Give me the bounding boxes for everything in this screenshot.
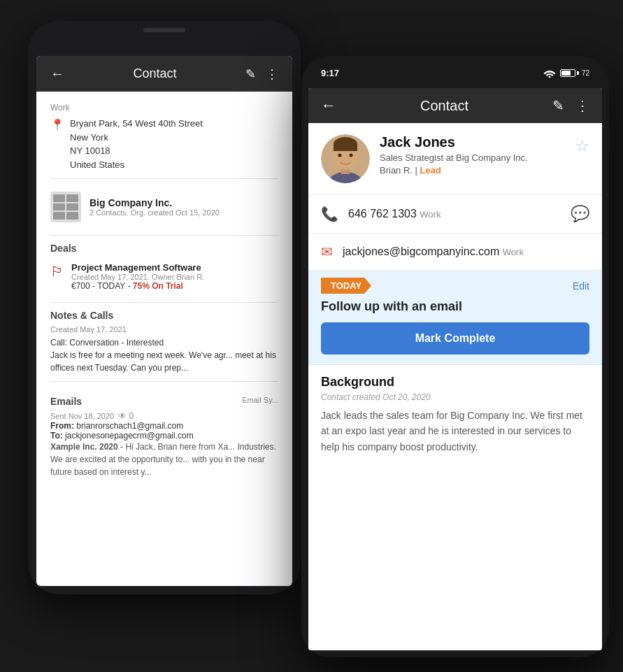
lead-badge: Lead [420,165,441,176]
contact-owner: Brian R. | Lead [380,165,566,176]
email-item[interactable]: Sent Nov 18, 2020 👁 0 From: brianrorscha… [50,411,278,478]
status-time: 9:17 [321,68,339,78]
note-text1: Call: Conversation - Interested [50,336,278,349]
address-line4: United States [70,158,203,172]
scene: ← Contact ✎ ⋮ Work 📍 Bryant Park, 54 Wes… [0,0,623,672]
battery-pct: 72 [582,69,589,77]
contact-job-title: Sales Strategist at Big Company Inc. [380,152,566,163]
back-screen: ← Contact ✎ ⋮ Work 📍 Bryant Park, 54 Wes… [36,56,292,586]
owner-name: Brian R. [380,165,413,176]
deal-icon: 🏳 [50,264,64,280]
back-edit-icon[interactable]: ✎ [245,66,256,82]
phone-type-label: Work [420,209,441,220]
company-name: Big Company Inc. [89,197,220,208]
back-notch [115,21,213,41]
back-phone-header-icons: ✎ ⋮ [245,66,278,82]
work-label: Work [50,103,278,113]
company-logo [50,192,81,222]
today-header: TODAY Edit [308,271,602,299]
email-address: jackjones@bigcompanyinc.com [343,245,499,257]
company-info: Big Company Inc. 2 Contacts. Org. create… [89,197,220,217]
back-content: Work 📍 Bryant Park, 54 West 40th Street … [36,92,292,487]
phone-info: 646 762 1303 Work [348,208,561,220]
deal-row[interactable]: 🏳 Project Management Software Created Ma… [50,258,278,295]
background-text: Jack leads the sales team for Big Compan… [321,408,589,455]
front-more-icon[interactable]: ⋮ [575,97,589,114]
phone-row[interactable]: 📞 646 762 1303 Work 💬 [308,195,602,234]
deal-name: Project Management Software [71,262,204,273]
emails-header: Emails Email Sy... [50,389,278,411]
chat-icon[interactable]: 💬 [571,205,589,223]
divider-4 [50,381,278,382]
mark-complete-button[interactable]: Mark Complete [321,322,589,355]
front-header-icons: ✎ ⋮ [552,97,589,114]
deal-info: Project Management Software Created May … [71,262,204,291]
back-more-icon[interactable]: ⋮ [266,66,278,82]
background-date: Contact created Oct 20, 2020 [321,392,589,402]
phone-number: 646 762 1303 [348,208,417,220]
address-row: 📍 Bryant Park, 54 West 40th Street New Y… [50,117,278,171]
note-date: Created May 17, 2021 [50,325,278,334]
background-title: Background [321,375,589,389]
svg-rect-5 [334,144,357,151]
email-preview: Xample Inc. 2020 - Hi Jack, Brian here f… [50,441,278,478]
front-title: Contact [348,98,541,114]
battery-tip [577,71,579,75]
status-bar: 9:17 72 [310,56,601,84]
phone-icon: 📞 [321,206,338,222]
star-button[interactable]: ☆ [575,137,589,155]
today-edit-button[interactable]: Edit [573,280,589,292]
front-screen: ← Contact ✎ ⋮ [308,88,602,650]
deal-trial: 75% On Trial [133,281,183,291]
deal-created: Created May 17, 2021. Owner Brian R. [71,273,204,281]
email-sync: Email Sy... [242,396,278,404]
deal-price: €700 - TODAY - 75% On Trial [71,281,204,291]
contact-info: Jack Jones Sales Strategist at Big Compa… [380,134,566,176]
battery-icon: 72 [560,69,589,77]
emails-label: Emails [50,396,82,407]
notes-section: Created May 17, 2021 Call: Conversation … [50,325,278,374]
back-phone-title: Contact [76,66,234,81]
avatar-svg [321,134,370,183]
email-from: From: brianrorschach1@gmail.com [50,421,278,431]
address-line3: NY 10018 [70,144,203,158]
divider-3 [50,302,278,303]
divider-1 [50,178,278,179]
eye-icon: 👁 0 [118,411,134,421]
contact-card: Jack Jones Sales Strategist at Big Compa… [308,123,602,195]
pin-icon: 📍 [50,118,64,171]
avatar [321,134,370,183]
email-date: Sent Nov 18, 2020 👁 0 [50,411,278,421]
svg-point-6 [338,154,342,157]
company-row[interactable]: Big Company Inc. 2 Contacts. Org. create… [50,186,278,228]
deals-label: Deals [50,243,278,254]
phone-back: ← Contact ✎ ⋮ Work 📍 Bryant Park, 54 Wes… [28,21,301,594]
svg-point-7 [350,154,353,157]
address-line2: New York [70,131,203,145]
contact-name: Jack Jones [380,134,566,150]
back-phone-back-arrow[interactable]: ← [50,66,64,82]
note-text2: Jack is free for a meeting next week. We… [50,349,278,374]
email-type: Work [503,247,524,257]
front-edit-icon[interactable]: ✎ [552,97,564,114]
front-header: ← Contact ✎ ⋮ [308,88,602,123]
phone-front: 9:17 72 ← Contact [301,56,609,657]
status-icons: 72 [543,69,589,78]
email-info: jackjones@bigcompanyinc.com Work [343,245,589,258]
wifi-icon [543,69,556,78]
email-icon: ✉ [321,243,333,260]
address-line1: Bryant Park, 54 West 40th Street [70,117,203,131]
divider-2 [50,235,278,236]
company-sub: 2 Contacts. Org. created Oct 15, 2020 [89,208,220,217]
today-badge: TODAY [321,278,371,294]
battery-body [560,69,575,77]
email-row[interactable]: ✉ jackjones@bigcompanyinc.com Work [308,234,602,271]
background-section: Background Contact created Oct 20, 2020 … [308,365,602,464]
address-text: Bryant Park, 54 West 40th Street New Yor… [70,117,203,171]
email-to: To: jackjonesonepagecrm@gmail.com [50,431,278,441]
today-task: Follow up with an email [308,299,602,322]
front-back-arrow[interactable]: ← [321,96,336,115]
notes-label: Notes & Calls [50,310,278,321]
battery-fill [561,71,571,76]
back-speaker [143,28,185,32]
